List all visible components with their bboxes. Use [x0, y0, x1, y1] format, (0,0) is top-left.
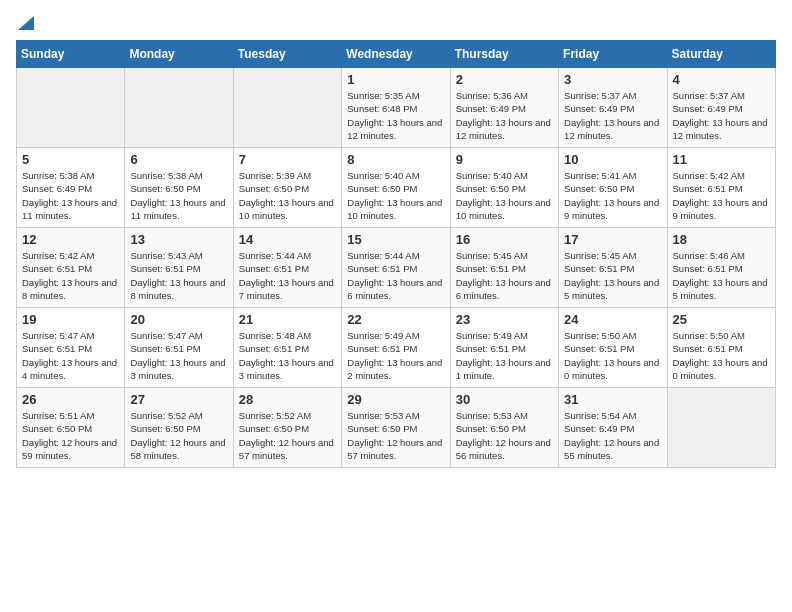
day-info: Sunrise: 5:46 AM Sunset: 6:51 PM Dayligh…	[673, 249, 770, 302]
calendar-cell: 31Sunrise: 5:54 AM Sunset: 6:49 PM Dayli…	[559, 388, 667, 468]
calendar-cell: 8Sunrise: 5:40 AM Sunset: 6:50 PM Daylig…	[342, 148, 450, 228]
header	[16, 16, 776, 30]
day-info: Sunrise: 5:45 AM Sunset: 6:51 PM Dayligh…	[456, 249, 553, 302]
header-wednesday: Wednesday	[342, 41, 450, 68]
calendar-cell: 23Sunrise: 5:49 AM Sunset: 6:51 PM Dayli…	[450, 308, 558, 388]
day-info: Sunrise: 5:38 AM Sunset: 6:50 PM Dayligh…	[130, 169, 227, 222]
svg-marker-0	[18, 16, 34, 30]
calendar-cell: 19Sunrise: 5:47 AM Sunset: 6:51 PM Dayli…	[17, 308, 125, 388]
day-number: 22	[347, 312, 444, 327]
day-info: Sunrise: 5:52 AM Sunset: 6:50 PM Dayligh…	[130, 409, 227, 462]
day-info: Sunrise: 5:44 AM Sunset: 6:51 PM Dayligh…	[347, 249, 444, 302]
day-number: 24	[564, 312, 661, 327]
calendar-cell: 16Sunrise: 5:45 AM Sunset: 6:51 PM Dayli…	[450, 228, 558, 308]
day-info: Sunrise: 5:35 AM Sunset: 6:48 PM Dayligh…	[347, 89, 444, 142]
day-number: 8	[347, 152, 444, 167]
day-number: 9	[456, 152, 553, 167]
calendar-week-row: 26Sunrise: 5:51 AM Sunset: 6:50 PM Dayli…	[17, 388, 776, 468]
day-info: Sunrise: 5:48 AM Sunset: 6:51 PM Dayligh…	[239, 329, 336, 382]
header-saturday: Saturday	[667, 41, 775, 68]
header-friday: Friday	[559, 41, 667, 68]
day-info: Sunrise: 5:42 AM Sunset: 6:51 PM Dayligh…	[22, 249, 119, 302]
day-number: 3	[564, 72, 661, 87]
day-info: Sunrise: 5:42 AM Sunset: 6:51 PM Dayligh…	[673, 169, 770, 222]
logo-triangle-icon	[18, 12, 34, 30]
calendar-cell: 30Sunrise: 5:53 AM Sunset: 6:50 PM Dayli…	[450, 388, 558, 468]
calendar-week-row: 5Sunrise: 5:38 AM Sunset: 6:49 PM Daylig…	[17, 148, 776, 228]
calendar-cell: 13Sunrise: 5:43 AM Sunset: 6:51 PM Dayli…	[125, 228, 233, 308]
calendar-cell: 9Sunrise: 5:40 AM Sunset: 6:50 PM Daylig…	[450, 148, 558, 228]
day-number: 11	[673, 152, 770, 167]
calendar-cell	[17, 68, 125, 148]
day-number: 6	[130, 152, 227, 167]
day-number: 16	[456, 232, 553, 247]
day-info: Sunrise: 5:41 AM Sunset: 6:50 PM Dayligh…	[564, 169, 661, 222]
day-info: Sunrise: 5:37 AM Sunset: 6:49 PM Dayligh…	[673, 89, 770, 142]
day-info: Sunrise: 5:50 AM Sunset: 6:51 PM Dayligh…	[673, 329, 770, 382]
day-number: 23	[456, 312, 553, 327]
calendar-cell	[667, 388, 775, 468]
calendar-cell: 2Sunrise: 5:36 AM Sunset: 6:49 PM Daylig…	[450, 68, 558, 148]
calendar-cell: 7Sunrise: 5:39 AM Sunset: 6:50 PM Daylig…	[233, 148, 341, 228]
day-info: Sunrise: 5:53 AM Sunset: 6:50 PM Dayligh…	[347, 409, 444, 462]
day-number: 18	[673, 232, 770, 247]
day-number: 29	[347, 392, 444, 407]
day-number: 15	[347, 232, 444, 247]
calendar-cell: 6Sunrise: 5:38 AM Sunset: 6:50 PM Daylig…	[125, 148, 233, 228]
calendar-header-row: SundayMondayTuesdayWednesdayThursdayFrid…	[17, 41, 776, 68]
logo	[16, 16, 34, 30]
day-info: Sunrise: 5:40 AM Sunset: 6:50 PM Dayligh…	[347, 169, 444, 222]
calendar-cell: 21Sunrise: 5:48 AM Sunset: 6:51 PM Dayli…	[233, 308, 341, 388]
day-info: Sunrise: 5:45 AM Sunset: 6:51 PM Dayligh…	[564, 249, 661, 302]
day-info: Sunrise: 5:50 AM Sunset: 6:51 PM Dayligh…	[564, 329, 661, 382]
calendar-cell: 18Sunrise: 5:46 AM Sunset: 6:51 PM Dayli…	[667, 228, 775, 308]
calendar-cell: 14Sunrise: 5:44 AM Sunset: 6:51 PM Dayli…	[233, 228, 341, 308]
calendar-week-row: 19Sunrise: 5:47 AM Sunset: 6:51 PM Dayli…	[17, 308, 776, 388]
day-number: 28	[239, 392, 336, 407]
header-sunday: Sunday	[17, 41, 125, 68]
day-info: Sunrise: 5:47 AM Sunset: 6:51 PM Dayligh…	[22, 329, 119, 382]
day-number: 4	[673, 72, 770, 87]
day-number: 25	[673, 312, 770, 327]
day-number: 27	[130, 392, 227, 407]
calendar-cell: 27Sunrise: 5:52 AM Sunset: 6:50 PM Dayli…	[125, 388, 233, 468]
day-number: 26	[22, 392, 119, 407]
header-thursday: Thursday	[450, 41, 558, 68]
day-number: 13	[130, 232, 227, 247]
calendar-week-row: 1Sunrise: 5:35 AM Sunset: 6:48 PM Daylig…	[17, 68, 776, 148]
day-number: 10	[564, 152, 661, 167]
calendar-cell: 3Sunrise: 5:37 AM Sunset: 6:49 PM Daylig…	[559, 68, 667, 148]
calendar-cell	[233, 68, 341, 148]
day-info: Sunrise: 5:54 AM Sunset: 6:49 PM Dayligh…	[564, 409, 661, 462]
calendar-cell: 1Sunrise: 5:35 AM Sunset: 6:48 PM Daylig…	[342, 68, 450, 148]
day-info: Sunrise: 5:52 AM Sunset: 6:50 PM Dayligh…	[239, 409, 336, 462]
day-number: 1	[347, 72, 444, 87]
day-info: Sunrise: 5:40 AM Sunset: 6:50 PM Dayligh…	[456, 169, 553, 222]
day-info: Sunrise: 5:53 AM Sunset: 6:50 PM Dayligh…	[456, 409, 553, 462]
calendar-cell: 17Sunrise: 5:45 AM Sunset: 6:51 PM Dayli…	[559, 228, 667, 308]
day-info: Sunrise: 5:47 AM Sunset: 6:51 PM Dayligh…	[130, 329, 227, 382]
day-number: 2	[456, 72, 553, 87]
calendar-cell: 20Sunrise: 5:47 AM Sunset: 6:51 PM Dayli…	[125, 308, 233, 388]
day-number: 30	[456, 392, 553, 407]
day-info: Sunrise: 5:39 AM Sunset: 6:50 PM Dayligh…	[239, 169, 336, 222]
day-number: 20	[130, 312, 227, 327]
calendar-cell: 11Sunrise: 5:42 AM Sunset: 6:51 PM Dayli…	[667, 148, 775, 228]
day-number: 31	[564, 392, 661, 407]
calendar-cell: 26Sunrise: 5:51 AM Sunset: 6:50 PM Dayli…	[17, 388, 125, 468]
calendar-cell: 5Sunrise: 5:38 AM Sunset: 6:49 PM Daylig…	[17, 148, 125, 228]
calendar-cell: 15Sunrise: 5:44 AM Sunset: 6:51 PM Dayli…	[342, 228, 450, 308]
calendar-cell: 24Sunrise: 5:50 AM Sunset: 6:51 PM Dayli…	[559, 308, 667, 388]
calendar-cell	[125, 68, 233, 148]
day-info: Sunrise: 5:51 AM Sunset: 6:50 PM Dayligh…	[22, 409, 119, 462]
calendar-table: SundayMondayTuesdayWednesdayThursdayFrid…	[16, 40, 776, 468]
calendar-cell: 4Sunrise: 5:37 AM Sunset: 6:49 PM Daylig…	[667, 68, 775, 148]
day-number: 12	[22, 232, 119, 247]
header-tuesday: Tuesday	[233, 41, 341, 68]
calendar-cell: 10Sunrise: 5:41 AM Sunset: 6:50 PM Dayli…	[559, 148, 667, 228]
day-number: 21	[239, 312, 336, 327]
calendar-week-row: 12Sunrise: 5:42 AM Sunset: 6:51 PM Dayli…	[17, 228, 776, 308]
calendar-cell: 29Sunrise: 5:53 AM Sunset: 6:50 PM Dayli…	[342, 388, 450, 468]
day-number: 19	[22, 312, 119, 327]
day-info: Sunrise: 5:49 AM Sunset: 6:51 PM Dayligh…	[347, 329, 444, 382]
